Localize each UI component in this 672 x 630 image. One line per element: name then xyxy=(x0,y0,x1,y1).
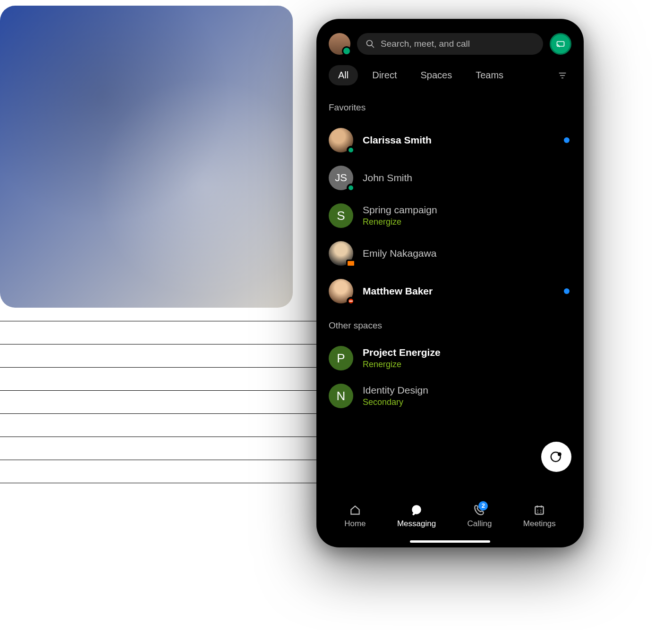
cast-icon xyxy=(556,39,565,49)
nav-calling[interactable]: 2 Calling xyxy=(467,504,492,529)
presence-active-icon xyxy=(347,146,355,154)
avatar-self[interactable] xyxy=(329,33,350,55)
search-icon xyxy=(366,39,375,49)
svg-point-19 xyxy=(537,512,538,512)
unread-indicator xyxy=(564,137,570,143)
svg-point-20 xyxy=(540,512,541,512)
conversation-list[interactable]: Favorites Clarissa Smith JS John Smith S… xyxy=(329,100,571,493)
new-message-fab[interactable] xyxy=(541,442,571,472)
presence-in-meeting-icon xyxy=(346,260,356,267)
device-frame: All Direct Spaces Teams Favorites Claris… xyxy=(316,19,584,547)
item-name: Identity Design xyxy=(363,385,428,396)
avatar xyxy=(329,279,353,303)
unread-indicator xyxy=(564,288,570,294)
nav-label: Calling xyxy=(467,519,492,529)
search-bar[interactable] xyxy=(357,33,543,55)
list-item[interactable]: P Project Energize Renergize xyxy=(329,339,571,377)
tab-direct[interactable]: Direct xyxy=(363,65,406,85)
avatar: N xyxy=(329,384,353,408)
list-item[interactable]: Clarissa Smith xyxy=(329,121,571,159)
avatar xyxy=(329,241,353,266)
tab-spaces[interactable]: Spaces xyxy=(411,65,461,85)
presence-active-icon xyxy=(347,184,355,192)
calling-badge: 2 xyxy=(478,501,488,511)
connect-device-button[interactable] xyxy=(550,33,571,55)
svg-line-1 xyxy=(372,45,374,48)
item-name: Emily Nakagawa xyxy=(363,248,436,259)
filter-tabs: All Direct Spaces Teams xyxy=(329,65,571,85)
section-other: Other spaces xyxy=(329,320,571,331)
avatar-initials: S xyxy=(337,209,345,223)
svg-point-3 xyxy=(557,46,558,47)
item-subtitle: Renergize xyxy=(363,360,441,370)
filter-icon xyxy=(558,71,567,80)
section-favorites: Favorites xyxy=(329,102,571,113)
nav-meetings[interactable]: Meetings xyxy=(523,504,556,529)
item-name: Clarissa Smith xyxy=(363,134,432,146)
nav-label: Messaging xyxy=(397,519,436,529)
tab-teams[interactable]: Teams xyxy=(466,65,513,85)
avatar: JS xyxy=(329,166,353,190)
list-item[interactable]: N Identity Design Secondary xyxy=(329,377,571,415)
item-name: Matthew Baker xyxy=(363,286,433,297)
list-item[interactable]: S Spring campaign Renergize xyxy=(329,197,571,235)
svg-point-17 xyxy=(537,509,538,510)
svg-point-18 xyxy=(540,509,541,510)
header-row xyxy=(329,33,571,55)
nav-home[interactable]: Home xyxy=(344,504,366,529)
bottom-nav: Home Messaging 2 Calling Meetings xyxy=(329,493,571,547)
avatar: P xyxy=(329,346,353,370)
item-subtitle: Renergize xyxy=(363,217,437,227)
item-name: Project Energize xyxy=(363,347,441,358)
item-name: John Smith xyxy=(363,172,412,184)
svg-point-13 xyxy=(412,505,421,514)
home-icon xyxy=(349,504,361,516)
chat-icon xyxy=(410,504,423,516)
svg-rect-14 xyxy=(536,506,544,514)
search-input[interactable] xyxy=(381,39,535,49)
list-item[interactable]: JS John Smith xyxy=(329,159,571,197)
nav-label: Home xyxy=(344,519,366,529)
tab-all[interactable]: All xyxy=(329,65,358,85)
compose-icon xyxy=(549,450,563,464)
avatar-initials: P xyxy=(337,351,345,366)
item-name: Spring campaign xyxy=(363,204,437,216)
hero-photo xyxy=(0,6,293,308)
list-item[interactable]: Matthew Baker xyxy=(329,272,571,310)
svg-rect-2 xyxy=(557,42,564,46)
presence-dnd-icon xyxy=(347,297,355,305)
item-subtitle: Secondary xyxy=(363,397,428,407)
nav-messaging[interactable]: Messaging xyxy=(397,504,436,529)
list-item[interactable]: Emily Nakagawa xyxy=(329,235,571,272)
home-indicator[interactable] xyxy=(410,540,490,543)
avatar: S xyxy=(329,203,353,228)
avatar xyxy=(329,128,353,152)
avatar-initials: JS xyxy=(335,172,347,184)
nav-label: Meetings xyxy=(523,519,556,529)
filter-button[interactable] xyxy=(553,67,571,84)
calendar-icon xyxy=(533,504,545,516)
avatar-initials: N xyxy=(337,389,346,403)
